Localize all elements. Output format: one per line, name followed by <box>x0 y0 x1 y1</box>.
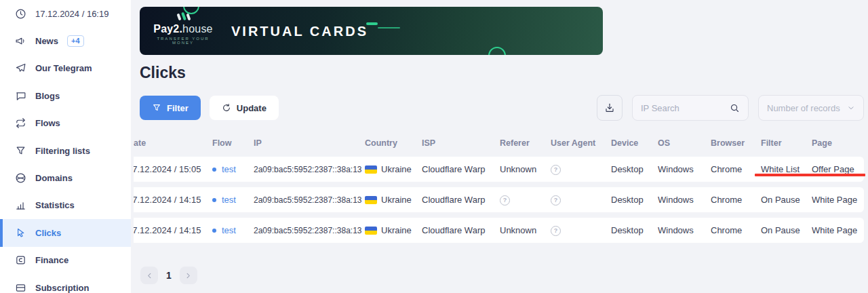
pay2house-logo: Pay2.house Transfer your money <box>152 12 214 45</box>
flow-status-dot <box>212 168 216 172</box>
question-mark-icon[interactable]: ? <box>551 165 561 175</box>
ukraine-flag-icon <box>365 196 377 204</box>
sidebar-item-flows[interactable]: Flows <box>0 110 131 137</box>
cell-country: Ukraine <box>365 164 422 174</box>
country-label: Ukraine <box>381 164 412 174</box>
question-mark-icon[interactable]: ? <box>500 195 510 206</box>
cell-ip: 2a09:bac5:5952:2387::38a:13 <box>254 165 365 174</box>
update-button-label: Update <box>237 103 267 113</box>
search-icon[interactable] <box>730 103 740 113</box>
sidebar-item-label: Our Telegram <box>35 63 92 73</box>
cell-os: Windows <box>658 195 711 205</box>
cursor-icon <box>15 227 26 239</box>
sidebar-item-filtering-lists[interactable]: Filtering lists <box>0 137 131 164</box>
sidebar-item-finance[interactable]: Finance <box>0 247 131 274</box>
cell-country: Ukraine <box>365 195 422 205</box>
sidebar-item-label: News <box>35 36 58 46</box>
table-header-row: Date Flow IP Country ISP Referer User Ag… <box>134 138 864 149</box>
cell-os: Windows <box>658 164 711 174</box>
sidebar-item-blogs[interactable]: Blogs <box>0 82 131 109</box>
funnel-icon <box>152 103 161 113</box>
sidebar-item-clicks[interactable]: Clicks <box>0 219 131 246</box>
cell-isp: Cloudflare Warp <box>422 195 500 205</box>
sidebar-item-label: Finance <box>35 255 68 265</box>
table-row: 17.12.2024 / 15:05 test 2a09:bac5:5952:2… <box>134 157 864 182</box>
question-mark-icon[interactable]: ? <box>551 195 561 206</box>
flow-link[interactable]: test <box>222 164 236 174</box>
sidebar-item-label: Flows <box>35 118 60 128</box>
sidebar-item-label: Clicks <box>35 228 61 238</box>
news-count-badge: +4 <box>67 35 84 47</box>
bar-chart-icon <box>15 199 26 211</box>
paper-plane-icon <box>15 62 26 74</box>
download-button[interactable] <box>597 95 623 121</box>
sidebar-item-our-telegram[interactable]: Our Telegram <box>0 55 131 82</box>
promo-banner[interactable]: Pay2.house Transfer your money VIRTUAL C… <box>140 7 603 55</box>
filter-button-label: Filter <box>167 103 189 113</box>
records-per-page-select[interactable]: Number of records <box>758 95 864 121</box>
sidebar-item-label: Blogs <box>35 91 60 101</box>
table-row: 17.12.2024 / 14:15 test 2a09:bac5:5952:2… <box>134 187 864 212</box>
ip-search-input[interactable] <box>641 103 730 113</box>
column-header-os: OS <box>658 138 711 148</box>
cell-device: Desktop <box>611 195 658 205</box>
clock-icon <box>15 8 26 20</box>
flow-status-dot <box>212 198 216 202</box>
chevron-left-icon <box>146 272 153 279</box>
column-header-flow: Flow <box>212 138 254 148</box>
column-header-filter: Filter <box>761 138 812 148</box>
column-header-isp: ISP <box>422 138 500 148</box>
datetime-label: 17.12.2024 / 16:19 <box>35 9 108 19</box>
funnel-icon <box>15 145 26 157</box>
cell-flow[interactable]: test <box>212 225 254 235</box>
cell-country: Ukraine <box>365 225 422 235</box>
cell-flow[interactable]: test <box>212 195 254 205</box>
update-button[interactable]: Update <box>210 96 279 120</box>
sidebar-item-statistics[interactable]: Statistics <box>0 192 131 219</box>
cell-user-agent: ? <box>551 224 611 236</box>
download-icon <box>604 102 615 113</box>
page-title: Clicks <box>140 64 868 82</box>
flow-link[interactable]: test <box>222 225 236 235</box>
megaphone-icon <box>15 35 26 47</box>
sidebar: 17.12.2024 / 16:19 News +4 Our Telegram … <box>0 0 131 293</box>
cell-isp: Cloudflare Warp <box>422 225 500 235</box>
logo-leaf-icon <box>152 12 214 22</box>
filter-button[interactable]: Filter <box>140 96 201 120</box>
sidebar-item-subscription[interactable]: Subscription <box>0 274 131 293</box>
cell-referer: Unknown <box>500 225 551 235</box>
refresh-icon <box>222 103 231 113</box>
sidebar-item-label: Filtering lists <box>35 146 90 156</box>
sidebar-item-label: Subscription <box>35 283 89 293</box>
sidebar-datetime: 17.12.2024 / 16:19 <box>0 0 131 27</box>
ip-search-box <box>632 95 749 121</box>
cell-ip: 2a09:bac5:5952:2387::38a:13 <box>254 226 365 235</box>
repeat-icon <box>15 117 26 129</box>
flow-status-dot <box>212 229 216 233</box>
question-mark-icon[interactable]: ? <box>551 226 561 236</box>
ukraine-flag-icon <box>365 227 377 235</box>
cell-filter: On Pause <box>761 225 812 235</box>
column-header-country: Country <box>365 138 422 148</box>
next-page-button[interactable] <box>180 267 197 284</box>
country-label: Ukraine <box>381 225 412 235</box>
cell-flow[interactable]: test <box>212 164 254 174</box>
credit-card-icon <box>15 254 26 266</box>
table-row: 17.12.2024 / 14:15 test 2a09:bac5:5952:2… <box>134 218 864 243</box>
sidebar-item-domains[interactable]: Domains <box>0 164 131 191</box>
speech-bubble-icon <box>15 90 26 102</box>
cell-browser: Chrome <box>711 225 761 235</box>
sidebar-item-news[interactable]: News +4 <box>0 27 131 54</box>
column-header-referer: Referer <box>500 138 551 148</box>
cell-page: White Page <box>812 225 864 235</box>
cell-ip: 2a09:bac5:5952:2387::38a:13 <box>254 195 365 205</box>
toolbar: Filter Update Number of records <box>140 95 864 121</box>
ukraine-flag-icon <box>365 165 377 174</box>
prev-page-button[interactable] <box>140 267 158 284</box>
cell-date: 17.12.2024 / 15:05 <box>134 164 212 174</box>
cell-date: 17.12.2024 / 14:15 <box>134 225 212 235</box>
banner-arc-decoration <box>488 47 506 55</box>
red-highlight-annotation <box>755 174 865 176</box>
column-header-browser: Browser <box>711 138 761 148</box>
flow-link[interactable]: test <box>222 195 236 205</box>
